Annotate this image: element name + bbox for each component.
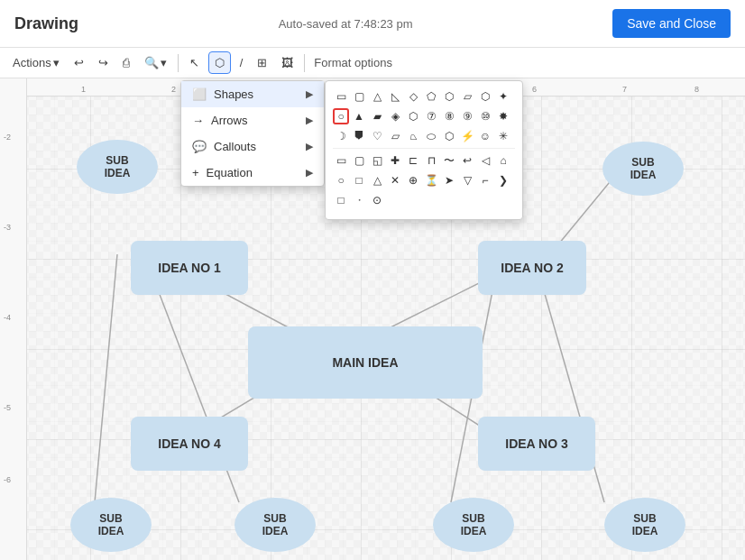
corner-shape[interactable]: ⌐ xyxy=(477,172,493,188)
shapes-arrow-icon: ▶ xyxy=(306,88,313,100)
sub-idea-bottom-2[interactable]: SUBIDEA xyxy=(235,498,316,552)
s63[interactable]: ⊙ xyxy=(369,192,385,208)
arrow-shape[interactable]: ➤ xyxy=(441,172,457,188)
line-button[interactable]: / xyxy=(235,52,249,73)
circle9-shape[interactable]: ⑨ xyxy=(459,108,475,124)
sub-idea-bottom-3[interactable]: SUBIDEA xyxy=(433,498,514,552)
menu-item-callouts[interactable]: 💬 Callouts ▶ xyxy=(181,133,324,160)
ellipse2-shape[interactable]: ○ xyxy=(333,172,349,188)
smile-shape[interactable]: ☺ xyxy=(477,128,493,144)
sun-shape[interactable]: ✳ xyxy=(495,128,511,144)
pentagon-shape[interactable]: ⬠ xyxy=(423,88,439,105)
rect-shape[interactable]: ▭ xyxy=(333,88,349,105)
sub-idea-bottom-4[interactable]: SUBIDEA xyxy=(604,498,685,552)
hexagon-shape[interactable]: ⬡ xyxy=(441,88,457,105)
sub-idea-bottom-1[interactable]: SUBIDEA xyxy=(70,498,152,552)
sub-idea-top-left[interactable]: SUBIDEA xyxy=(77,140,158,194)
menu-item-arrows[interactable]: → Arrows ▶ xyxy=(181,107,324,133)
scroll-shape[interactable]: ↩ xyxy=(459,152,475,169)
zoom-button[interactable]: 🔍 ▾ xyxy=(139,52,172,73)
up-triangle-shape[interactable]: ▲ xyxy=(351,108,367,124)
bracket-shape[interactable]: ⊏ xyxy=(405,152,421,169)
main-idea-box[interactable]: MAIN IDEA xyxy=(248,326,483,399)
cylinder-shape[interactable]: ⬭ xyxy=(423,128,439,144)
circle10-shape[interactable]: ⑩ xyxy=(477,108,493,124)
autosave-status: Auto-saved at 7:48:23 pm xyxy=(279,17,413,31)
cross-shape[interactable]: ✕ xyxy=(387,172,403,188)
triangle3-shape[interactable]: ▽ xyxy=(459,172,475,188)
oct-shape[interactable]: ⬡ xyxy=(477,88,493,105)
print-button[interactable]: ⎙ xyxy=(117,52,135,73)
table-button[interactable]: ⊞ xyxy=(252,52,272,73)
plus-shape[interactable]: ✚ xyxy=(387,152,403,169)
redo-button[interactable]: ↪ xyxy=(93,52,114,73)
heart-shape[interactable]: ♡ xyxy=(369,128,385,144)
trap2-shape[interactable]: ⌂ xyxy=(495,152,511,169)
ruler-vertical: -2 -3 -4 -5 -6 xyxy=(0,78,27,560)
circle8-shape[interactable]: ⑧ xyxy=(441,108,457,124)
trap-shape[interactable]: ⏢ xyxy=(405,128,421,144)
shapes-divider xyxy=(333,148,515,149)
sub-idea-top-right[interactable]: SUBIDEA xyxy=(602,142,684,196)
star4-shape[interactable]: ✦ xyxy=(495,88,511,105)
undo-icon: ↩ xyxy=(74,56,84,69)
hept-shape[interactable]: ▱ xyxy=(459,88,475,105)
shapes-menu-button[interactable]: ⬡ xyxy=(208,51,231,74)
arrows-arrow-icon: ▶ xyxy=(306,115,313,126)
equation-arrow-icon: ▶ xyxy=(306,167,313,179)
rect3-shape[interactable]: □ xyxy=(351,172,367,188)
save-close-button[interactable]: Save and Close xyxy=(612,9,731,38)
bracket2-shape[interactable]: ⊓ xyxy=(423,152,439,169)
idea2-box[interactable]: IDEA NO 2 xyxy=(478,241,586,295)
image-icon: 🖼 xyxy=(281,56,293,69)
bolt-shape[interactable]: ⚡ xyxy=(459,128,475,144)
idea3-box[interactable]: IDEA NO 3 xyxy=(478,417,595,471)
pin-shape[interactable]: ◁ xyxy=(477,152,493,169)
s61[interactable]: □ xyxy=(333,192,349,208)
cube-shape[interactable]: ⬡ xyxy=(441,128,457,144)
idea4-box[interactable]: IDEA NO 4 xyxy=(131,417,248,471)
round2-shape[interactable]: ▢ xyxy=(351,152,367,169)
rect2-shape[interactable]: ▭ xyxy=(333,152,349,169)
right-triangle-shape[interactable]: ◺ xyxy=(387,88,403,105)
parallelogram-shape[interactable]: ▱ xyxy=(387,128,403,144)
target-shape[interactable]: ⊕ xyxy=(405,172,421,188)
rounded-rect-shape[interactable]: ▢ xyxy=(351,88,367,105)
triangle-shape[interactable]: △ xyxy=(369,88,385,105)
actions-button[interactable]: Actions ▾ xyxy=(7,52,65,73)
menu-item-shapes[interactable]: ⬜ Shapes ▶ xyxy=(181,81,324,107)
toolbar: Actions ▾ ↩ ↪ ⎙ 🔍 ▾ ↖ ⬡ / ⊞ 🖼 xyxy=(0,48,745,78)
circle-shape[interactable]: ○ xyxy=(333,108,349,124)
callouts-menu-icon: 💬 xyxy=(192,140,207,153)
shapes-dropdown: ⬜ Shapes ▶ → Arrows ▶ 💬 Callouts ▶ xyxy=(180,80,325,187)
window-title: Drawing xyxy=(14,14,78,33)
rhombus-shape[interactable]: ◈ xyxy=(387,108,403,124)
select-button[interactable]: ↖ xyxy=(184,52,205,73)
idea1-box[interactable]: IDEA NO 1 xyxy=(131,241,248,295)
shield-shape[interactable]: ⛊ xyxy=(351,128,367,144)
snip-shape[interactable]: ◱ xyxy=(369,152,385,169)
wave-shape[interactable]: 〜 xyxy=(441,152,457,169)
slant-rect-shape[interactable]: ▰ xyxy=(369,108,385,124)
print-icon: ⎙ xyxy=(123,56,130,69)
shapes-row-2: ○ ▲ ▰ ◈ ⬡ ⑦ ⑧ ⑨ ⑩ ✸ xyxy=(333,108,515,124)
zoom-icon: 🔍 xyxy=(144,56,159,69)
shapes-menu-icon: ⬜ xyxy=(192,87,207,101)
separator1 xyxy=(178,54,179,72)
hourglass-shape[interactable]: ⏳ xyxy=(423,172,439,188)
menu-item-equation[interactable]: + Equation ▶ xyxy=(181,160,324,186)
shapes-row-5: ○ □ △ ✕ ⊕ ⏳ ➤ ▽ ⌐ ❯ xyxy=(333,172,515,188)
star8-shape[interactable]: ✸ xyxy=(495,108,511,124)
undo-button[interactable]: ↩ xyxy=(69,52,89,73)
triangle2-shape[interactable]: △ xyxy=(369,172,385,188)
crescent-shape[interactable]: ☽ xyxy=(333,128,349,144)
diamond-shape[interactable]: ◇ xyxy=(405,88,421,105)
format-options-label: Format options xyxy=(314,56,392,69)
s62[interactable]: ⬞ xyxy=(351,192,367,208)
hexagon2-shape[interactable]: ⬡ xyxy=(405,108,421,124)
circle7-shape[interactable]: ⑦ xyxy=(423,108,439,124)
separator2 xyxy=(304,54,305,72)
image-button[interactable]: 🖼 xyxy=(276,52,299,73)
shapes-submenu: ▭ ▢ △ ◺ ◇ ⬠ ⬡ ▱ ⬡ ✦ ○ ▲ ▰ ◈ ⬡ ⑦ ⑧ ⑨ xyxy=(325,80,523,220)
chevron-shape[interactable]: ❯ xyxy=(495,172,511,188)
